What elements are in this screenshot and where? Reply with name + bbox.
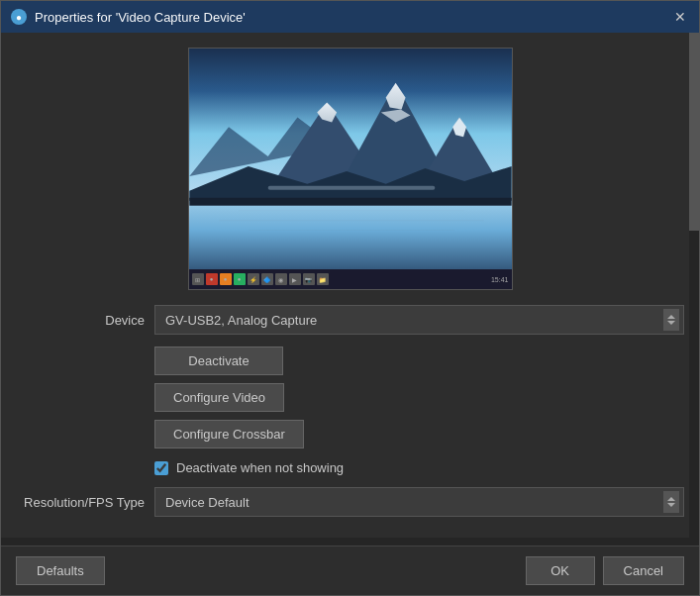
video-preview: ⊞ ● ● ● ⚡ 🔷 ◉ ▶ 📷 📁 15:41 [188,48,513,290]
ok-button[interactable]: OK [526,556,595,585]
resolution-select[interactable]: Device Default [154,487,684,517]
taskbar-strip: ⊞ ● ● ● ⚡ 🔷 ◉ ▶ 📷 📁 15:41 [189,269,512,289]
defaults-button[interactable]: Defaults [16,556,105,585]
title-bar: ● Properties for 'Video Capture Device' … [1,1,699,33]
device-label: Device [16,313,145,328]
taskbar-icon-2: ● [206,273,218,285]
svg-rect-15 [267,186,435,190]
dialog-title: Properties for 'Video Capture Device' [35,10,246,25]
close-button[interactable]: ✕ [671,8,689,26]
taskbar-icon-10: 📁 [317,273,329,285]
taskbar-icon-5: ⚡ [248,273,259,285]
preview-container: ⊞ ● ● ● ⚡ 🔷 ◉ ▶ 📷 📁 15:41 [16,43,684,295]
scrollbar-thumb[interactable] [689,33,699,231]
taskbar-icon-3: ● [220,273,232,285]
footer-left: Defaults [16,556,105,585]
deactivate-checkbox[interactable] [154,461,168,475]
configure-video-button[interactable]: Configure Video [154,383,284,412]
svg-rect-11 [189,198,511,206]
action-buttons: Deactivate Configure Video Configure Cro… [16,347,684,448]
bottom-strip [1,538,699,546]
app-icon: ● [11,9,27,25]
taskbar-icon-1: ⊞ [192,273,204,285]
resolution-row: Resolution/FPS Type Device Default [16,487,684,517]
deactivate-checkbox-label: Deactivate when not showing [176,460,344,475]
device-select[interactable]: GV-USB2, Analog Capture [154,305,684,335]
resolution-label: Resolution/FPS Type [16,495,145,510]
taskbar-icon-8: ▶ [289,273,301,285]
taskbar-icon-6: 🔷 [261,273,273,285]
content-area: ⊞ ● ● ● ⚡ 🔷 ◉ ▶ 📷 📁 15:41 Device [1,33,699,538]
device-row: Device GV-USB2, Analog Capture [16,305,684,335]
resolution-select-wrapper: Device Default [154,487,684,517]
device-select-wrapper: GV-USB2, Analog Capture [154,305,684,335]
scrollbar[interactable] [689,33,699,546]
cancel-button[interactable]: Cancel [603,556,684,585]
title-bar-left: ● Properties for 'Video Capture Device' [11,9,246,25]
footer-right: OK Cancel [526,556,684,585]
preview-svg [189,49,512,289]
footer: Defaults OK Cancel [1,546,699,595]
configure-crossbar-button[interactable]: Configure Crossbar [154,420,304,448]
taskbar-icon-7: ◉ [275,273,287,285]
taskbar-icon-4: ● [234,273,246,285]
form-section: Device GV-USB2, Analog Capture Deactivat… [16,305,684,517]
taskbar-time: 15:41 [491,276,509,283]
taskbar-icon-9: 📷 [303,273,315,285]
dialog: ● Properties for 'Video Capture Device' … [0,0,700,596]
deactivate-checkbox-row: Deactivate when not showing [16,460,684,475]
deactivate-button[interactable]: Deactivate [154,347,283,375]
